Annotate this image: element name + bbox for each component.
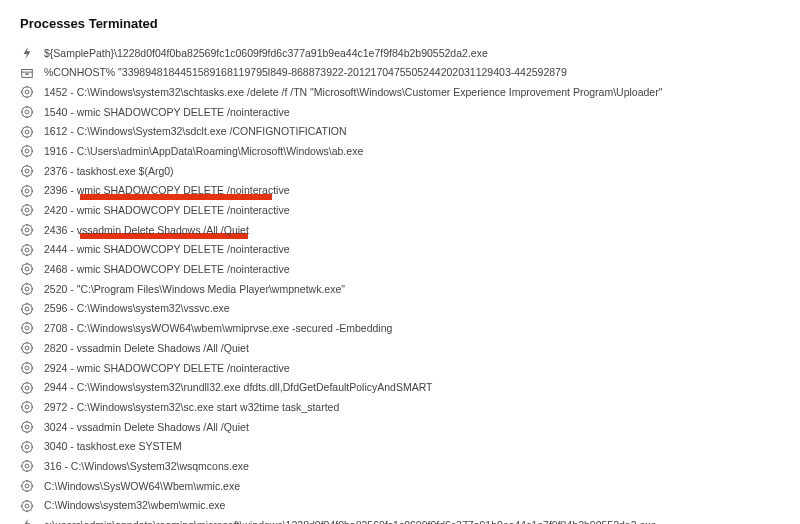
process-text: 2944 - C:\Windows\system32\rundll32.exe … [44, 381, 432, 393]
process-row: 2420 - wmic SHADOWCOPY DELETE /nointerac… [20, 201, 780, 221]
process-text: 2820 - vssadmin Delete Shadows /All /Qui… [44, 342, 249, 354]
process-text: 2420 - wmic SHADOWCOPY DELETE /nointerac… [44, 204, 289, 216]
gear-icon [20, 321, 34, 335]
process-row: 1916 - C:\Users\admin\AppData\Roaming\Mi… [20, 141, 780, 161]
process-row: 1612 - C:\Windows\System32\sdclt.exe /CO… [20, 122, 780, 142]
gear-icon [20, 105, 34, 119]
process-row: 1540 - wmic SHADOWCOPY DELETE /nointerac… [20, 102, 780, 122]
gear-icon [20, 223, 34, 237]
gear-icon [20, 361, 34, 375]
process-text: 2444 - wmic SHADOWCOPY DELETE /nointerac… [44, 243, 289, 255]
process-text: ${SamplePath}\1228d0f04f0ba82569fc1c0609… [44, 47, 488, 59]
gear-icon [20, 341, 34, 355]
gear-icon [20, 459, 34, 473]
process-text: c:\users\admin\appdata\roaming\microsoft… [44, 519, 656, 524]
process-row: ${SamplePath}\1228d0f04f0ba82569fc1c0609… [20, 43, 780, 63]
process-row: C:\Windows\SysWOW64\Wbem\wmic.exe [20, 476, 780, 496]
process-row: 2396 - wmic SHADOWCOPY DELETE /nointerac… [20, 181, 780, 201]
process-row: 3024 - vssadmin Delete Shadows /All /Qui… [20, 417, 780, 437]
gear-icon [20, 302, 34, 316]
process-text: 1916 - C:\Users\admin\AppData\Roaming\Mi… [44, 145, 363, 157]
gear-icon [20, 243, 34, 257]
bolt-icon [20, 518, 34, 524]
process-row: 1452 - C:\Windows\system32\schtasks.exe … [20, 82, 780, 102]
gear-icon [20, 381, 34, 395]
process-row: 2520 - "C:\Program Files\Windows Media P… [20, 279, 780, 299]
gear-icon [20, 125, 34, 139]
process-row: 2436 - vssadmin Delete Shadows /All /Qui… [20, 220, 780, 240]
gear-icon [20, 499, 34, 513]
bolt-icon [20, 46, 34, 60]
process-text: 1540 - wmic SHADOWCOPY DELETE /nointerac… [44, 106, 289, 118]
process-text: 2924 - wmic SHADOWCOPY DELETE /nointerac… [44, 362, 289, 374]
gear-icon [20, 282, 34, 296]
section-heading: Processes Terminated [20, 16, 780, 31]
process-text: 2520 - "C:\Program Files\Windows Media P… [44, 283, 345, 295]
process-text: 3040 - taskhost.exe SYSTEM [44, 440, 182, 452]
process-row: 2944 - C:\Windows\system32\rundll32.exe … [20, 378, 780, 398]
process-text: 3024 - vssadmin Delete Shadows /All /Qui… [44, 421, 249, 433]
process-row: C:\Windows\system32\wbem\wmic.exe [20, 496, 780, 516]
gear-icon [20, 184, 34, 198]
process-row: 2820 - vssadmin Delete Shadows /All /Qui… [20, 338, 780, 358]
process-row: 2708 - C:\Windows\sysWOW64\wbem\wmiprvse… [20, 319, 780, 339]
process-text: 2596 - C:\Windows\system32\vssvc.exe [44, 302, 230, 314]
process-row: 2596 - C:\Windows\system32\vssvc.exe [20, 299, 780, 319]
process-row: 2376 - taskhost.exe $(Arg0) [20, 161, 780, 181]
process-text: C:\Windows\SysWOW64\Wbem\wmic.exe [44, 480, 240, 492]
process-text: C:\Windows\system32\wbem\wmic.exe [44, 499, 225, 511]
gear-icon [20, 85, 34, 99]
process-text: %CONHOST% "3398948184451589168119795l849… [44, 66, 567, 78]
gear-icon [20, 203, 34, 217]
process-text: 2396 - wmic SHADOWCOPY DELETE /nointerac… [44, 184, 289, 196]
process-row: c:\users\admin\appdata\roaming\microsoft… [20, 516, 780, 525]
process-text: 2708 - C:\Windows\sysWOW64\wbem\wmiprvse… [44, 322, 392, 334]
gear-icon [20, 479, 34, 493]
process-row: 2924 - wmic SHADOWCOPY DELETE /nointerac… [20, 358, 780, 378]
process-row: 2468 - wmic SHADOWCOPY DELETE /nointerac… [20, 260, 780, 280]
gear-icon [20, 400, 34, 414]
gear-icon [20, 262, 34, 276]
process-text: 2468 - wmic SHADOWCOPY DELETE /nointerac… [44, 263, 289, 275]
process-text: 2376 - taskhost.exe $(Arg0) [44, 165, 174, 177]
gear-icon [20, 420, 34, 434]
process-text: 2972 - C:\Windows\system32\sc.exe start … [44, 401, 339, 413]
process-row: 2444 - wmic SHADOWCOPY DELETE /nointerac… [20, 240, 780, 260]
process-row: 2972 - C:\Windows\system32\sc.exe start … [20, 397, 780, 417]
process-text: 316 - C:\Windows\System32\wsqmcons.exe [44, 460, 249, 472]
process-text: 1612 - C:\Windows\System32\sdclt.exe /CO… [44, 125, 347, 137]
process-text: 2436 - vssadmin Delete Shadows /All /Qui… [44, 224, 249, 236]
processes-list: ${SamplePath}\1228d0f04f0ba82569fc1c0609… [20, 43, 780, 524]
process-row: 3040 - taskhost.exe SYSTEM [20, 437, 780, 457]
gear-icon [20, 164, 34, 178]
process-text: 1452 - C:\Windows\system32\schtasks.exe … [44, 86, 662, 98]
gear-icon [20, 440, 34, 454]
process-row: 316 - C:\Windows\System32\wsqmcons.exe [20, 456, 780, 476]
process-row: %CONHOST% "3398948184451589168119795l849… [20, 63, 780, 83]
gear-icon [20, 144, 34, 158]
box-icon [20, 66, 34, 80]
